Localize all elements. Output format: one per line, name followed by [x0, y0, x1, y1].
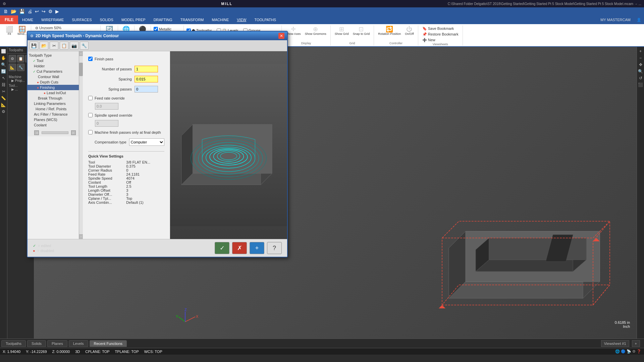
menu-drafting[interactable]: DRAFTING: [150, 15, 176, 24]
compensation-type-select[interactable]: Computer Control Wear Reverse Wear Off: [129, 138, 164, 146]
snap-grid-button[interactable]: ⊡ Snap to Grid: [352, 25, 371, 36]
spring-passes-input[interactable]: [135, 86, 158, 93]
tab-recent-functions[interactable]: Recent Functions: [90, 340, 127, 347]
menu-solids[interactable]: SOLIDS: [96, 15, 117, 24]
tree-coolant[interactable]: Coolant: [28, 122, 83, 128]
menu-home[interactable]: HOME: [18, 15, 37, 24]
tree-scrollbar[interactable]: [42, 131, 68, 134]
lt-select[interactable]: ↖: [1, 75, 6, 81]
dt-copy[interactable]: 📋: [60, 42, 68, 50]
rt-plus[interactable]: +: [639, 48, 642, 54]
lt-measure[interactable]: 📏: [0, 95, 7, 101]
save-bookmark-button[interactable]: 🔖 Save Bookmark: [421, 26, 460, 31]
dt-save[interactable]: 💾: [30, 42, 38, 50]
tp-icon-4[interactable]: 📐: [9, 64, 16, 71]
dt-folder[interactable]: 📂: [40, 42, 48, 50]
lt-analyze[interactable]: 📐: [0, 102, 7, 108]
qa-run[interactable]: ▶: [55, 9, 60, 14]
show-gnomons-button[interactable]: ⊕ Show Gnomons: [304, 25, 328, 36]
dialog-close-button[interactable]: ✕: [278, 33, 284, 39]
tree-holder[interactable]: Holder: [28, 63, 83, 69]
tree-cut-parameters[interactable]: ✓ Cut Parameters: [28, 69, 83, 74]
tab-planes[interactable]: Planes: [47, 340, 67, 347]
tree-lead-in-out[interactable]: ● Lead In/Out: [28, 90, 83, 96]
menu-model-prep[interactable]: MODEL PREP: [117, 15, 150, 24]
tree-finishing[interactable]: ● Finishing: [28, 85, 83, 90]
unzoom50-button[interactable]: ⊖ Unzoom 50%: [34, 25, 63, 31]
qa-redo[interactable]: ↪: [41, 9, 46, 14]
on-off-button[interactable]: ⏻ On/Off: [404, 25, 415, 36]
tree-scroll-left[interactable]: ◀: [34, 130, 39, 135]
tree-arc-filter[interactable]: Arc Filter / Tolerance: [28, 112, 83, 117]
machine-finish-checkbox[interactable]: [88, 130, 93, 134]
menu-surfaces[interactable]: SURFACES: [68, 15, 96, 24]
dt-wrench[interactable]: 🔧: [80, 42, 89, 50]
lt-pan[interactable]: ✋: [0, 55, 7, 61]
menu-wireframe[interactable]: WIREFRAME: [37, 15, 68, 24]
tree-scroll-down[interactable]: ▼: [79, 234, 83, 239]
dialog-cancel-button[interactable]: ✗: [232, 242, 247, 254]
show-grid-button[interactable]: ⊞ Show Grid: [333, 25, 350, 36]
lt-fit[interactable]: ⬜: [0, 48, 7, 54]
qa-save[interactable]: 💾: [18, 9, 25, 14]
status-tplane-value: TPLANE: TOP: [115, 350, 139, 354]
tree-tool[interactable]: ✓ Tool: [28, 58, 83, 63]
menu-transform[interactable]: TRANSFORM: [176, 15, 208, 24]
viewsheet-1[interactable]: Viewsheet #1: [601, 340, 629, 347]
tree-home-ref[interactable]: Home / Ref. Points: [28, 106, 83, 112]
user-icon[interactable]: 👤: [634, 18, 644, 22]
status-cplane: CPLANE: TOP: [85, 350, 109, 354]
new-viewsheet-button[interactable]: ➕ New: [421, 38, 460, 43]
qa-print[interactable]: 🖨: [27, 9, 33, 14]
tp-icon-5[interactable]: 🔧: [17, 64, 24, 71]
tab-solids[interactable]: Solids: [27, 340, 46, 347]
restore-bookmark-button[interactable]: 📌 Restore Bookmark: [421, 32, 460, 37]
tp-icon-2[interactable]: 📋: [17, 55, 24, 62]
menu-toolpaths[interactable]: TOOLPATHS: [250, 15, 280, 24]
rt-zoom[interactable]: 🔍: [637, 68, 644, 74]
dt-camera[interactable]: 📷: [70, 42, 78, 50]
tree-depth-cuts[interactable]: ● Depth Cuts: [28, 79, 83, 85]
rt-rotate[interactable]: ↺: [638, 75, 643, 81]
qa-undo[interactable]: ↩: [34, 9, 40, 14]
fit-button[interactable]: ⬜ Fit: [4, 25, 15, 36]
qa-open[interactable]: 📂: [10, 9, 17, 14]
qv-feed-key: Feed Rate: [88, 172, 126, 176]
lt-settings[interactable]: ⚙: [1, 109, 6, 115]
rt-minus[interactable]: −: [639, 55, 642, 61]
file-menu[interactable]: FILE: [0, 15, 18, 24]
num-passes-input[interactable]: [135, 66, 158, 72]
feed-rate-override-checkbox[interactable]: [88, 96, 93, 100]
tree-contour-wall[interactable]: Contour Wall: [28, 74, 83, 79]
tree-linking-parameters[interactable]: Linking Parameters: [28, 101, 83, 106]
menu-machine[interactable]: MACHINE: [208, 15, 233, 24]
tree-scroll-up[interactable]: ▲: [79, 51, 83, 56]
dialog-help-button[interactable]: ?: [267, 242, 282, 254]
tree-toolpath-type[interactable]: Toolpath Type: [28, 53, 83, 58]
qa-settings[interactable]: ⚙: [48, 9, 53, 14]
lt-zoom[interactable]: 🔍: [0, 62, 7, 68]
lt-delete[interactable]: ✂: [1, 88, 6, 95]
qa-new[interactable]: 🗎: [3, 9, 9, 14]
tree-vertical-scrollbar[interactable]: ▲ ▼: [79, 51, 83, 239]
rt-fit[interactable]: ⬛: [637, 82, 644, 88]
spindle-speed-override-checkbox[interactable]: [88, 113, 93, 117]
lt-chain[interactable]: ⛓: [1, 82, 6, 88]
finish-pass-checkbox[interactable]: [88, 57, 93, 61]
viewsheet-add[interactable]: +: [632, 340, 640, 347]
tp-icon-1[interactable]: ⚙: [9, 55, 16, 62]
wind-button[interactable]: 🪟 Wind...: [16, 25, 28, 36]
dt-cut[interactable]: ✂: [50, 42, 58, 50]
tree-planes[interactable]: Planes (WCS): [28, 117, 83, 122]
lt-rotate[interactable]: 🔄: [0, 68, 7, 74]
spacing-input[interactable]: [135, 76, 158, 82]
dialog-ok-button[interactable]: ✓: [215, 242, 229, 254]
tree-break-through[interactable]: Break Through: [28, 96, 83, 101]
menu-view[interactable]: VIEW: [233, 15, 250, 24]
rotation-position-button[interactable]: 🔁 Rotation Position: [377, 25, 402, 36]
dialog-add-button[interactable]: +: [250, 242, 264, 254]
rt-pan[interactable]: ✥: [638, 62, 643, 68]
tab-levels[interactable]: Levels: [69, 340, 88, 347]
tab-toolpaths[interactable]: Toolpaths: [1, 340, 26, 347]
tree-scroll-right[interactable]: ▶: [71, 130, 76, 135]
